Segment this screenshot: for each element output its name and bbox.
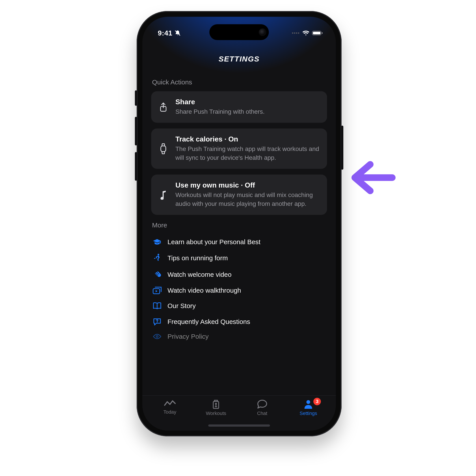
svg-point-4 [296,32,297,34]
status-time: 9:41 [158,29,172,37]
today-icon [164,399,176,408]
privacy-icon [152,333,162,340]
book-icon [152,302,162,310]
tab-label: Chat [257,410,267,416]
watch-icon [158,143,169,154]
svg-rect-10 [161,146,166,152]
svg-point-11 [158,254,159,255]
annotation-arrow [348,160,397,195]
grad-cap-icon [152,238,162,245]
section-header-quick-actions: Quick Actions [152,78,327,86]
card-desc: The Push Training watch app will track w… [175,145,321,162]
svg-point-18 [306,400,310,404]
quick-action-share[interactable]: Share Share Push Training with others. [151,91,327,123]
tab-label: Workouts [206,410,226,416]
more-item-personal-best[interactable]: Learn about your Personal Best [151,234,327,250]
more-item-privacy[interactable]: Privacy Policy [151,330,327,345]
tab-today[interactable]: Today [147,399,193,431]
status-bar: 9:41 [142,26,336,40]
faq-icon [152,318,162,326]
card-title: Track calories · On [175,135,321,143]
svg-point-17 [216,403,216,404]
svg-point-3 [294,32,295,34]
quick-action-track-calories[interactable]: Track calories · On The Push Training wa… [151,128,327,169]
more-list: Learn about your Personal Best Tips on r… [151,234,327,345]
page-title: SETTINGS [142,55,336,63]
list-item-label: Our Story [168,302,196,310]
svg-rect-8 [322,32,323,34]
svg-point-14 [157,322,158,323]
list-item-label: Privacy Policy [168,333,209,340]
card-title: Share [175,98,321,106]
settings-icon [303,399,314,409]
card-desc: Workouts will not play music and will mi… [175,191,321,208]
list-item-label: Watch video walkthrough [168,287,241,294]
tab-settings[interactable]: Settings 3 [285,399,332,431]
more-item-running-form[interactable]: Tips on running form [151,250,327,266]
settings-badge: 3 [313,398,321,405]
more-item-welcome-video[interactable]: Watch welcome video [151,266,327,283]
card-desc: Share Push Training with others. [175,107,321,116]
tab-label: Settings [300,410,317,416]
section-header-more: More [152,221,327,229]
svg-rect-7 [313,32,321,34]
runner-icon [152,254,162,262]
share-icon [158,98,169,112]
quick-action-own-music[interactable]: Use my own music · Off Workouts will not… [151,174,327,215]
more-item-our-story[interactable]: Our Story [151,298,327,314]
svg-point-15 [156,336,158,337]
settings-scroll-area[interactable]: Quick Actions Share Share Push Training … [142,72,336,395]
cellular-dots-icon [292,32,300,34]
wifi-icon [302,30,309,36]
battery-icon [312,30,323,36]
phone-frame: 9:41 [137,11,341,436]
more-item-video-walkthrough[interactable]: Watch video walkthrough [151,283,327,298]
more-item-faq[interactable]: Frequently Asked Questions [151,314,327,330]
home-indicator [208,425,270,427]
play-lib-icon [152,287,162,294]
tab-label: Today [163,409,176,415]
list-item-label: Watch welcome video [168,271,232,278]
list-item-label: Learn about your Personal Best [168,238,260,246]
list-item-label: Frequently Asked Questions [168,318,250,325]
card-title: Use my own music · Off [175,181,321,189]
clap-icon [152,270,162,279]
svg-point-2 [292,32,293,34]
music-note-icon [158,190,169,200]
do-not-disturb-icon [174,30,181,36]
chat-icon [256,399,268,409]
list-item-label: Tips on running form [168,254,228,262]
workouts-icon [211,399,221,409]
svg-point-5 [298,32,299,34]
